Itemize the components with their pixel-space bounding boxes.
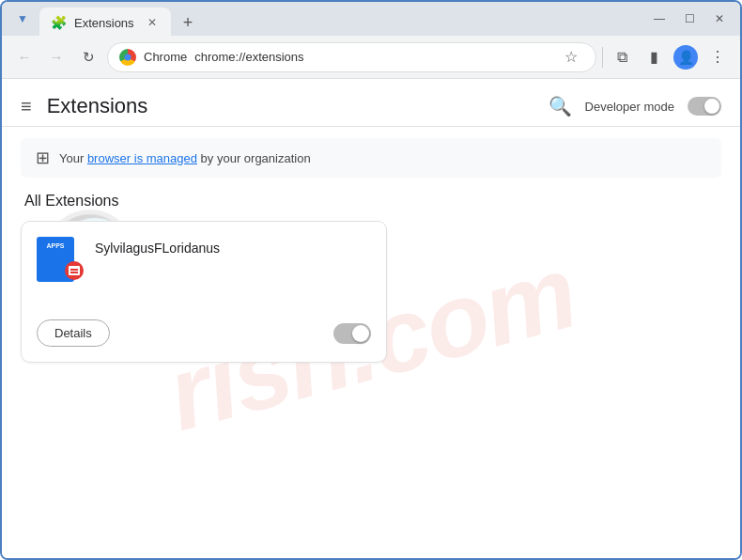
extensions-icon-btn[interactable]: ⧉ (609, 44, 635, 70)
managed-icon: ⊞ (36, 148, 50, 168)
dev-mode-label: Developer mode (585, 100, 674, 114)
extension-card: SylvilagusFLoridanus Details (21, 221, 387, 363)
ext-card-bottom: Details (37, 319, 371, 347)
search-icon[interactable]: 🔍 (549, 95, 572, 117)
browser-window: ▼ 🧩 Extensions ✕ + — ☐ ✕ ← → ↻ Chrome ch… (0, 0, 742, 560)
bookmark-icon[interactable]: ☆ (558, 44, 584, 70)
profile-btn[interactable]: 👤 (672, 44, 699, 70)
reload-btn[interactable]: ↻ (75, 44, 101, 70)
extension-icon-badge-inner (69, 266, 80, 275)
address-field[interactable]: Chrome chrome://extensions ☆ (107, 42, 596, 72)
header-right: 🔍 Developer mode (549, 95, 721, 117)
sidebar-btn[interactable]: ▮ (641, 44, 667, 70)
titlebar: ▼ 🧩 Extensions ✕ + — ☐ ✕ (2, 2, 740, 36)
tab-group: 🧩 Extensions ✕ + (39, 2, 201, 36)
tab-close-btn[interactable]: ✕ (145, 15, 160, 30)
extension-toggle[interactable] (333, 323, 371, 344)
page-title: Extensions (47, 94, 148, 118)
extension-name: SylvilagusFLoridanus (95, 241, 220, 256)
managed-notice-suffix: by your organization (201, 151, 311, 165)
divider (602, 47, 603, 68)
managed-notice: ⊞ Your browser is managed by your organi… (21, 138, 721, 178)
menu-btn[interactable]: ⋮ (704, 44, 731, 70)
chrome-logo-icon (119, 49, 136, 66)
extensions-header: ≡ Extensions 🔍 Developer mode (2, 79, 740, 127)
titlebar-left: ▼ 🧩 Extensions ✕ + (9, 2, 201, 36)
all-extensions-title: All Extensions (21, 193, 721, 210)
address-icons: ☆ (558, 44, 584, 70)
tab-label: Extensions (74, 16, 134, 30)
extension-icon (37, 237, 74, 282)
window-controls: — ☐ ✕ (646, 8, 733, 29)
maximize-btn[interactable]: ☐ (676, 8, 703, 29)
profile-avatar: 👤 (673, 45, 698, 70)
back-btn[interactable]: ← (11, 44, 38, 70)
ext-icon-wrapper (37, 237, 82, 282)
close-btn[interactable]: ✕ (706, 8, 733, 29)
extensions-tab[interactable]: 🧩 Extensions ✕ (39, 8, 171, 38)
managed-notice-text: Your browser is managed by your organiza… (59, 151, 311, 165)
managed-link[interactable]: browser is managed (87, 151, 197, 165)
managed-notice-prefix: Your (59, 151, 87, 165)
page-content: 🔍 rish.com ≡ Extensions 🔍 Developer mode… (2, 79, 740, 558)
details-button[interactable]: Details (37, 319, 110, 347)
forward-btn[interactable]: → (43, 44, 70, 70)
minimize-btn[interactable]: — (646, 8, 672, 29)
new-tab-btn[interactable]: + (175, 9, 201, 36)
extension-icon-badge (65, 261, 84, 280)
url-text: chrome://extensions (194, 50, 303, 64)
chrome-name: Chrome (144, 50, 187, 64)
ext-main: ⊞ Your browser is managed by your organi… (2, 127, 740, 558)
developer-mode-toggle[interactable] (688, 97, 721, 116)
addressbar: ← → ↻ Chrome chrome://extensions ☆ ⧉ ▮ 👤… (2, 36, 740, 79)
ext-card-top: SylvilagusFLoridanus (37, 237, 371, 282)
profile-dropdown-btn[interactable]: ▼ (9, 6, 36, 32)
tab-favicon: 🧩 (51, 15, 67, 30)
hamburger-icon[interactable]: ≡ (21, 96, 32, 117)
